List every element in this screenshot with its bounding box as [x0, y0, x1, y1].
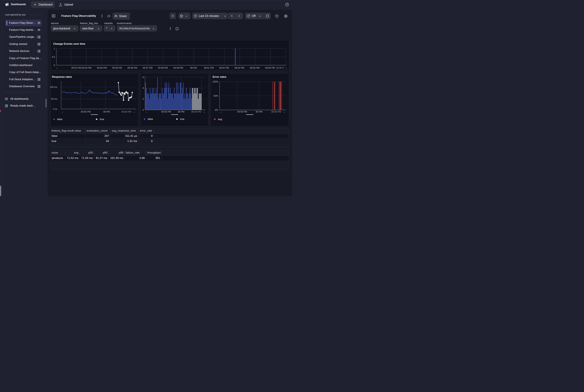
svg-text:06:05 PM: 06:05 PM — [265, 66, 275, 69]
svg-text:→: → — [285, 66, 287, 69]
svg-text:50%: 50% — [214, 94, 218, 97]
svg-text:←: ← — [146, 110, 148, 113]
svg-text:06 PM: 06 PM — [178, 110, 184, 113]
svg-text:→: → — [133, 110, 136, 113]
svg-text:50 ms: 50 ms — [51, 98, 57, 100]
svg-text:06:04 PM: 06:04 PM — [250, 66, 260, 69]
svg-text:05:55 PM: 05:55 PM — [237, 110, 247, 113]
svg-text:6: 6 — [142, 76, 144, 78]
svg-text:06:05 PM: 06:05 PM — [271, 110, 281, 113]
svg-text:05:57 PM: 05:57 PM — [143, 66, 152, 69]
svg-text:05:55 PM: 05:55 PM — [112, 66, 122, 69]
svg-text:0.5: 0.5 — [52, 56, 55, 58]
svg-text:06 PM: 06 PM — [103, 110, 110, 113]
svg-text:06:01 PM: 06:01 PM — [204, 66, 214, 69]
svg-text:05:54 PM: 05:54 PM — [97, 66, 107, 69]
svg-text:06:03 PM: 06:03 PM — [234, 66, 244, 69]
svg-text:0: 0 — [142, 109, 144, 111]
svg-text:2: 2 — [142, 98, 144, 100]
svg-text:→: → — [203, 110, 205, 113]
svg-text:06:06 P: 06:06 P — [276, 66, 284, 69]
svg-text:06:02 PM: 06:02 PM — [219, 66, 229, 69]
svg-text:4: 4 — [142, 87, 144, 89]
svg-text:06:05 PM: 06:05 PM — [122, 110, 131, 113]
svg-text:06:05 PM: 06:05 PM — [191, 110, 201, 113]
svg-text:06 PM: 06 PM — [256, 110, 262, 113]
svg-text:05:55 PM: 05:55 PM — [81, 110, 90, 113]
svg-text:05:52 PM: 05:52 PM — [72, 66, 81, 69]
svg-text:1: 1 — [54, 47, 55, 50]
svg-text:100%: 100% — [212, 80, 218, 83]
svg-text:→: → — [283, 110, 285, 113]
svg-text:05:59 PM: 05:59 PM — [174, 66, 183, 69]
svg-text:05:55 PM: 05:55 PM — [161, 110, 171, 113]
svg-text:←: ← — [220, 110, 222, 113]
svg-text:06 PM: 06 PM — [190, 66, 197, 69]
svg-text:05:58 PM: 05:58 PM — [158, 66, 168, 69]
svg-text:←: ← — [56, 66, 58, 69]
svg-text:←: ← — [62, 110, 64, 113]
svg-text:0 ns: 0 ns — [53, 108, 57, 110]
svg-text:0: 0 — [54, 64, 55, 66]
svg-text:05:53 PM: 05:53 PM — [82, 66, 92, 69]
svg-text:100 ms: 100 ms — [50, 86, 57, 88]
svg-text:0%: 0% — [215, 109, 218, 111]
svg-text:05:56 PM: 05:56 PM — [128, 66, 137, 69]
